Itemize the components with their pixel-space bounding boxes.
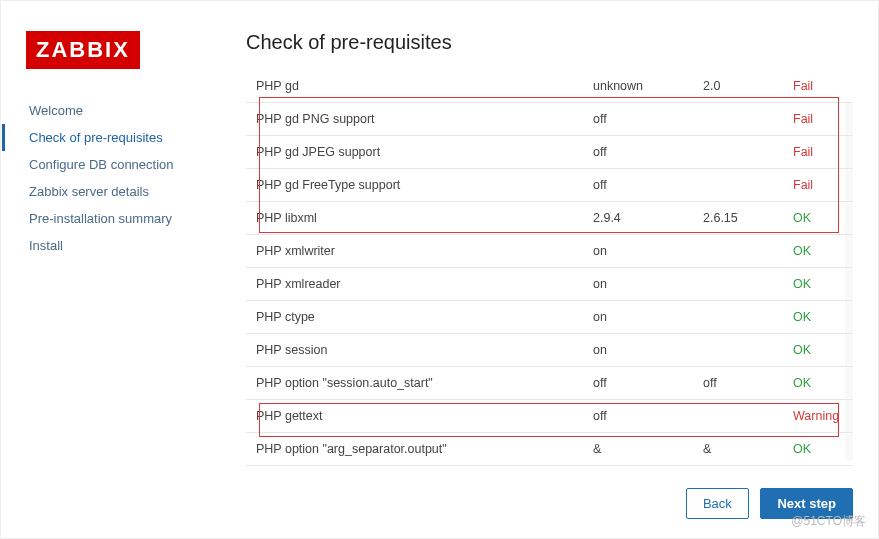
check-row: PHP option "session.auto_start"offoffOK [246,367,853,400]
check-name: PHP gd [246,70,583,103]
check-name: PHP option "arg_separator.output" [246,433,583,466]
check-status: Fail [783,103,853,136]
check-required: & [693,433,783,466]
check-status: Fail [783,136,853,169]
scrollbar[interactable] [845,101,853,461]
wizard-step-5[interactable]: Install [29,232,226,259]
check-status: OK [783,433,853,466]
check-current: & [583,433,693,466]
check-current: off [583,169,693,202]
footer-actions: Back Next step [246,488,853,519]
check-row: PHP xmlwriteronOK [246,235,853,268]
check-current: on [583,235,693,268]
check-row: PHP sessiononOK [246,334,853,367]
prerequisites-table: PHP gdunknown2.0FailPHP gd PNG supportof… [246,70,853,466]
check-name: PHP xmlwriter [246,235,583,268]
check-current: off [583,136,693,169]
check-row: PHP gd JPEG supportoffFail [246,136,853,169]
check-status: OK [783,301,853,334]
check-required [693,136,783,169]
check-name: PHP option "session.auto_start" [246,367,583,400]
check-name: PHP session [246,334,583,367]
check-required [693,235,783,268]
check-required [693,169,783,202]
setup-wizard: ZABBIX WelcomeCheck of pre-requisitesCon… [0,0,879,539]
check-status: OK [783,268,853,301]
check-row: PHP ctypeonOK [246,301,853,334]
check-required [693,268,783,301]
zabbix-logo: ZABBIX [26,31,140,69]
check-required [693,400,783,433]
check-current: 2.9.4 [583,202,693,235]
main-content: Check of pre-requisites PHP gdunknown2.0… [246,31,853,519]
check-current: off [583,367,693,400]
check-status: OK [783,334,853,367]
check-row: PHP xmlreaderonOK [246,268,853,301]
check-name: PHP gd JPEG support [246,136,583,169]
wizard-step-4[interactable]: Pre-installation summary [29,205,226,232]
check-required: 2.0 [693,70,783,103]
check-required [693,103,783,136]
wizard-step-3[interactable]: Zabbix server details [29,178,226,205]
check-status: OK [783,202,853,235]
check-status: Fail [783,169,853,202]
check-name: PHP xmlreader [246,268,583,301]
check-required [693,334,783,367]
check-required: 2.6.15 [693,202,783,235]
check-name: PHP gd PNG support [246,103,583,136]
check-status: OK [783,235,853,268]
wizard-step-0[interactable]: Welcome [29,97,226,124]
check-status: Fail [783,70,853,103]
check-row: PHP option "arg_separator.output"&&OK [246,433,853,466]
wizard-step-2[interactable]: Configure DB connection [29,151,226,178]
check-row: PHP gd FreeType supportoffFail [246,169,853,202]
check-current: off [583,103,693,136]
check-row: PHP libxml2.9.42.6.15OK [246,202,853,235]
check-row: PHP gd PNG supportoffFail [246,103,853,136]
check-status: Warning [783,400,853,433]
check-name: PHP ctype [246,301,583,334]
wizard-steps: WelcomeCheck of pre-requisitesConfigure … [26,97,226,259]
wizard-step-1[interactable]: Check of pre-requisites [29,124,226,151]
check-name: PHP libxml [246,202,583,235]
watermark: @51CTO博客 [791,513,866,530]
check-current: off [583,400,693,433]
check-row: PHP gettextoffWarning [246,400,853,433]
check-row: PHP gdunknown2.0Fail [246,70,853,103]
check-current: on [583,268,693,301]
back-button[interactable]: Back [686,488,749,519]
check-name: PHP gd FreeType support [246,169,583,202]
check-current: on [583,334,693,367]
page-title: Check of pre-requisites [246,31,853,54]
check-current: unknown [583,70,693,103]
check-current: on [583,301,693,334]
check-name: PHP gettext [246,400,583,433]
check-required: off [693,367,783,400]
sidebar: ZABBIX WelcomeCheck of pre-requisitesCon… [26,31,226,259]
check-status: OK [783,367,853,400]
check-required [693,301,783,334]
